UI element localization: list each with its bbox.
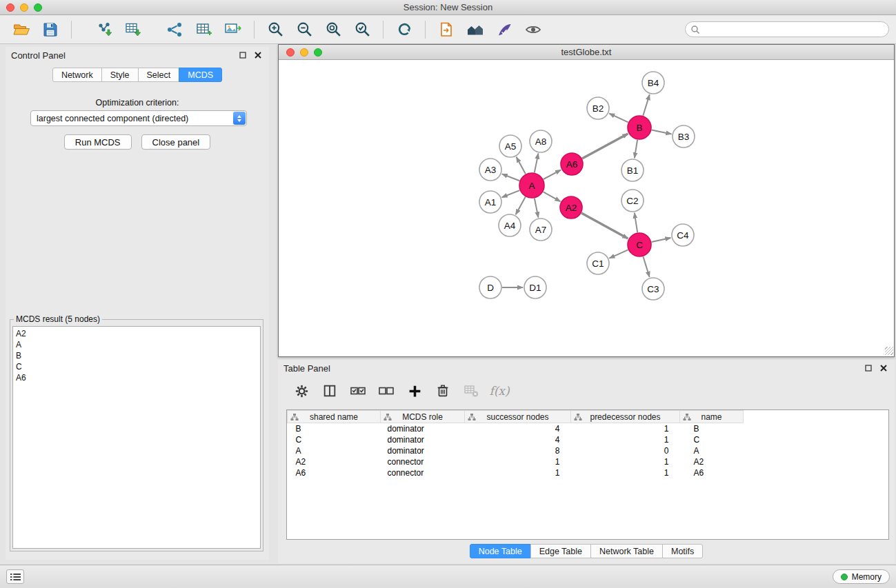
zoom-selected-button[interactable]: [348, 18, 377, 41]
mcds-result-item[interactable]: A6: [16, 372, 260, 383]
style-check-button[interactable]: [490, 18, 519, 41]
memory-button[interactable]: Memory: [833, 569, 890, 584]
import-table-button[interactable]: [119, 18, 148, 41]
criterion-select[interactable]: largest connected component (directed): [30, 110, 247, 126]
table-cell[interactable]: 1: [571, 467, 680, 478]
deselect-all-button[interactable]: [377, 381, 396, 401]
graph-edge-A-A4[interactable]: [516, 197, 526, 215]
refresh-view-button[interactable]: [390, 18, 419, 41]
table-cell[interactable]: B: [680, 423, 744, 434]
table-settings-button[interactable]: [292, 381, 311, 401]
table-cell[interactable]: dominator: [381, 434, 465, 445]
table-cell[interactable]: 1: [571, 456, 680, 467]
zoom-in-button[interactable]: [261, 18, 290, 41]
graph-edge-B-B2[interactable]: [609, 114, 628, 123]
graph-edge-A-A6[interactable]: [544, 170, 561, 180]
table-cell[interactable]: 4: [465, 423, 571, 434]
column-header-shared-name[interactable]: shared name: [288, 411, 381, 423]
graph-edge-A-A5[interactable]: [517, 157, 526, 174]
resize-handle[interactable]: [885, 347, 893, 355]
show-columns-button[interactable]: [320, 381, 339, 401]
table-cell[interactable]: dominator: [381, 445, 465, 456]
new-table-button[interactable]: [190, 18, 219, 41]
run-mcds-button[interactable]: Run MCDS: [64, 134, 132, 150]
table-cell[interactable]: A6: [288, 467, 381, 478]
graph-edge-C-C1[interactable]: [609, 250, 628, 258]
mcds-result-list[interactable]: A2ABCA6: [12, 326, 261, 549]
table-cell[interactable]: A2: [288, 456, 381, 467]
graph-edge-A-A1[interactable]: [502, 190, 520, 197]
network-close-button[interactable]: [286, 48, 295, 57]
table-cell[interactable]: A2: [680, 456, 744, 467]
close-panel-button[interactable]: [252, 50, 263, 61]
table-cell[interactable]: connector: [381, 467, 465, 478]
add-column-button[interactable]: [405, 381, 424, 401]
graph-edge-A-A3[interactable]: [502, 174, 520, 181]
column-header-mcds-role[interactable]: MCDS role: [381, 411, 465, 423]
delete-column-button[interactable]: [433, 381, 452, 401]
column-header-name[interactable]: name: [680, 411, 744, 423]
float-panel-button[interactable]: [237, 50, 248, 61]
minimize-window-button[interactable]: [20, 3, 28, 12]
column-header-successor-nodes[interactable]: successor nodes: [465, 411, 571, 423]
import-network-button[interactable]: [90, 18, 119, 41]
graph-edge-C-C2[interactable]: [635, 213, 637, 232]
table-cell[interactable]: C: [288, 434, 381, 445]
tab-motifs[interactable]: Motifs: [662, 544, 703, 558]
graph-edge-C-C3[interactable]: [643, 256, 649, 277]
tab-network[interactable]: Network: [52, 68, 102, 82]
zoom-window-button[interactable]: [34, 3, 42, 12]
graph-edge-B-B1[interactable]: [635, 140, 637, 158]
tab-edge-table[interactable]: Edge Table: [530, 544, 591, 558]
network-minimize-button[interactable]: [300, 48, 308, 57]
network-zoom-button[interactable]: [314, 48, 322, 57]
function-builder-button[interactable]: f(x): [490, 381, 509, 401]
table-float-panel-button[interactable]: [863, 363, 874, 374]
table-cell[interactable]: 8: [465, 445, 571, 456]
zoom-out-button[interactable]: [290, 18, 319, 41]
tab-select[interactable]: Select: [138, 68, 180, 82]
network-canvas-area[interactable]: B4B2BB3A5A8A6B1A3AC2A1A2A4A7C4CC1C3DD1: [279, 60, 894, 356]
delete-table-button[interactable]: [461, 381, 481, 401]
new-network-button[interactable]: [161, 18, 190, 41]
column-header-predecessor-nodes[interactable]: predecessor nodes: [571, 411, 680, 423]
tab-network-table[interactable]: Network Table: [590, 544, 663, 558]
save-session-button[interactable]: [36, 18, 65, 41]
table-cell[interactable]: A: [680, 445, 744, 456]
table-row[interactable]: A2connector11A2: [288, 456, 889, 467]
graph-edge-B-B3[interactable]: [652, 130, 672, 134]
mcds-result-item[interactable]: C: [16, 361, 260, 372]
table-cell[interactable]: A6: [680, 467, 744, 478]
table-cell[interactable]: B: [288, 423, 381, 434]
table-cell[interactable]: 4: [465, 434, 571, 445]
table-cell[interactable]: 1: [571, 423, 680, 434]
mcds-result-item[interactable]: B: [16, 350, 260, 361]
table-cell[interactable]: 1: [465, 456, 571, 467]
graph-edge-A2-C[interactable]: [581, 213, 628, 239]
table-cell[interactable]: 1: [465, 467, 571, 478]
apply-style-button[interactable]: [432, 18, 461, 41]
show-graphics-button[interactable]: [519, 18, 548, 41]
tab-style[interactable]: Style: [101, 68, 139, 82]
home-button[interactable]: [461, 18, 490, 41]
network-graph[interactable]: B4B2BB3A5A8A6B1A3AC2A1A2A4A7C4CC1C3DD1: [279, 60, 894, 356]
table-cell[interactable]: dominator: [381, 423, 465, 434]
table-row[interactable]: Adominator80A: [288, 445, 889, 456]
close-window-button[interactable]: [6, 3, 14, 12]
table-cell[interactable]: A: [288, 445, 381, 456]
graph-edge-A-A2[interactable]: [544, 192, 561, 201]
table-row[interactable]: Bdominator41B: [288, 423, 889, 434]
open-session-button[interactable]: [7, 18, 36, 41]
mcds-result-item[interactable]: A2: [16, 328, 260, 339]
zoom-fit-button[interactable]: [319, 18, 348, 41]
tab-node-table[interactable]: Node Table: [470, 544, 531, 558]
search-field[interactable]: [685, 21, 889, 37]
select-all-button[interactable]: [348, 381, 368, 401]
graph-edge-A-A8[interactable]: [535, 154, 539, 173]
tab-mcds[interactable]: MCDS: [179, 68, 222, 82]
graph-edge-A-A7[interactable]: [535, 199, 539, 218]
table-row[interactable]: A6connector11A6: [288, 467, 889, 478]
show-panel-list-button[interactable]: [6, 569, 24, 584]
graph-edge-C-C4[interactable]: [652, 238, 671, 242]
export-image-button[interactable]: [219, 18, 248, 41]
